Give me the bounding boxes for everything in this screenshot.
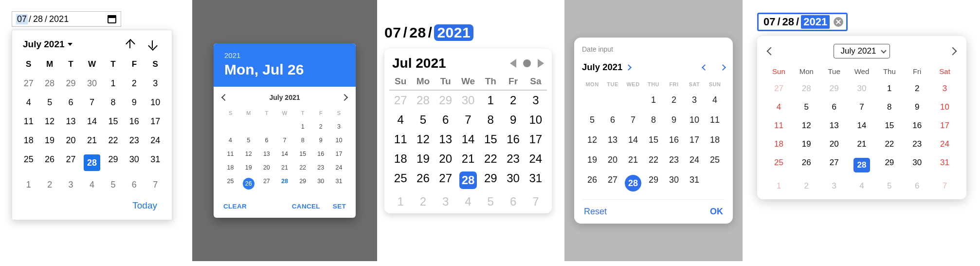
day-cell[interactable]: 19 [239,161,257,174]
day-cell[interactable]: 22 [479,149,502,169]
day-cell[interactable]: 31 [931,153,959,177]
day-cell[interactable]: 27 [820,153,848,177]
day-cell[interactable]: 31 [525,169,547,192]
day-cell[interactable]: 1 [479,91,502,110]
day-cell[interactable]: 29 [479,169,502,192]
next-month-button[interactable] [147,39,157,49]
day-cell[interactable]: 29 [103,150,124,175]
day-cell[interactable]: 3 [684,90,705,110]
day-cell[interactable]: 1 [18,175,39,194]
day-cell[interactable]: 1 [643,90,664,110]
day-cell[interactable]: 22 [103,131,124,150]
day-cell[interactable]: 4 [457,192,479,211]
day-cell[interactable]: 22 [294,161,312,174]
day-cell[interactable]: 18 [765,135,793,153]
month-year-selector[interactable]: July 2021 [582,62,631,73]
day-cell[interactable]: 17 [145,112,166,131]
day-cell[interactable]: 30 [903,153,931,177]
next-month-button[interactable] [949,47,957,56]
day-cell[interactable]: 30 [312,174,330,193]
month-year-label[interactable]: Jul 2021 [392,56,446,71]
day-cell[interactable]: 23 [903,135,931,153]
day-cell[interactable]: 28 [623,170,643,196]
day-cell[interactable]: 9 [312,133,330,147]
day-cell[interactable]: 12 [39,112,60,131]
next-month-button[interactable] [341,94,348,101]
day-cell[interactable]: 4 [848,177,876,195]
day-cell[interactable]: 5 [39,93,60,112]
day-cell[interactable]: 25 [705,150,725,170]
day-cell[interactable]: 11 [389,130,412,149]
day-cell[interactable]: 15 [643,130,664,150]
day-cell[interactable]: 27 [389,91,412,110]
input-month[interactable]: 07 [763,16,775,28]
day-cell[interactable]: 2 [793,177,820,195]
day-cell[interactable]: 14 [457,130,479,149]
day-cell[interactable]: 18 [389,149,412,169]
day-cell[interactable]: 5 [479,192,502,211]
day-cell[interactable]: 23 [502,149,524,169]
day-cell[interactable]: 13 [820,116,848,135]
day-cell[interactable]: 11 [18,112,39,131]
day-cell[interactable]: 4 [221,133,239,147]
day-cell[interactable]: 2 [664,90,684,110]
day-cell[interactable]: 10 [684,110,705,130]
day-cell[interactable]: 27 [60,150,81,175]
day-cell[interactable]: 20 [820,135,848,153]
day-cell[interactable]: 31 [684,170,705,196]
day-cell[interactable]: 19 [582,150,602,170]
prev-month-button[interactable] [221,94,228,101]
day-cell[interactable]: 14 [848,116,876,135]
day-cell[interactable]: 4 [705,90,725,110]
day-cell[interactable]: 15 [875,116,903,135]
day-cell[interactable]: 24 [931,135,959,153]
day-cell[interactable]: 12 [582,130,602,150]
day-cell[interactable]: 10 [145,93,166,112]
day-cell[interactable]: 27 [602,170,623,196]
day-cell[interactable]: 21 [81,131,102,150]
day-cell[interactable]: 14 [275,147,293,161]
day-cell[interactable]: 8 [103,93,124,112]
day-cell[interactable]: 28 [412,91,434,110]
day-cell[interactable]: 21 [457,149,479,169]
prev-month-button[interactable] [125,39,135,49]
input-month[interactable]: 07 [384,24,401,41]
day-cell[interactable]: 9 [502,110,524,130]
day-cell[interactable]: 4 [765,98,793,116]
day-cell[interactable]: 16 [312,147,330,161]
day-cell[interactable]: 20 [435,149,457,169]
day-cell[interactable]: 6 [502,192,524,211]
day-cell[interactable]: 19 [412,149,434,169]
cancel-button[interactable]: CANCEL [292,203,320,210]
day-cell[interactable]: 11 [221,147,239,161]
day-cell[interactable]: 30 [81,74,102,93]
day-cell[interactable]: 7 [525,192,547,211]
day-cell[interactable]: 6 [435,110,457,130]
day-cell[interactable]: 21 [623,150,643,170]
day-cell[interactable]: 5 [875,177,903,195]
day-cell[interactable]: 27 [257,174,275,193]
day-cell[interactable]: 26 [239,174,257,193]
day-cell[interactable]: 27 [435,169,457,192]
day-cell[interactable]: 17 [931,116,959,135]
day-cell[interactable]: 7 [931,177,959,195]
day-cell[interactable]: 28 [457,169,479,192]
calendar-icon[interactable] [107,14,117,24]
today-button[interactable]: Today [18,194,166,216]
day-cell[interactable]: 27 [18,74,39,93]
day-cell[interactable]: 3 [145,74,166,93]
day-cell[interactable]: 2 [903,79,931,98]
day-cell[interactable]: 14 [81,112,102,131]
day-cell[interactable]: 28 [848,153,876,177]
day-cell[interactable]: 15 [103,112,124,131]
input-day[interactable]: 28 [32,14,44,24]
day-cell[interactable]: 2 [502,91,524,110]
day-cell[interactable]: 1 [875,79,903,98]
input-year[interactable]: 2021 [801,15,830,29]
day-cell[interactable]: 18 [221,161,239,174]
day-cell[interactable]: 16 [903,116,931,135]
year-button[interactable]: 2021 [224,51,345,59]
day-cell[interactable]: 6 [820,98,848,116]
day-cell[interactable]: 18 [705,130,725,150]
day-cell[interactable]: 8 [643,110,664,130]
